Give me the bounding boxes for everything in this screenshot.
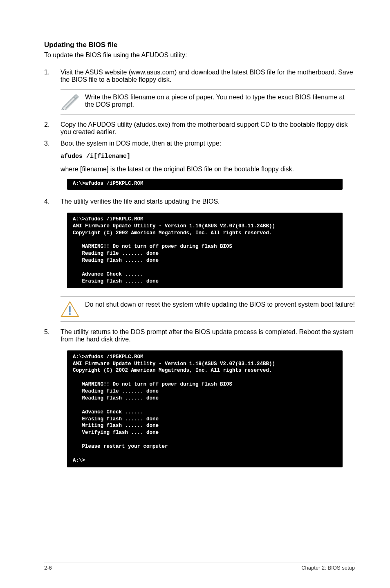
- svg-line-1: [65, 97, 77, 108]
- step-text: Boot the system in DOS mode, then at the…: [61, 140, 355, 147]
- page-footer: 2-6 Chapter 2: BIOS setup: [44, 563, 355, 571]
- terminal-output: A:\>afudos /iP5KPLC.ROM AMI Firmware Upd…: [67, 213, 343, 288]
- step-number: 5.: [44, 328, 61, 343]
- intro-text: To update the BIOS file using the AFUDOS…: [44, 52, 355, 59]
- step-text: Visit the ASUS website (www.asus.com) an…: [61, 69, 355, 83]
- page-number: 2-6: [44, 565, 52, 571]
- chapter-label: Chapter 2: BIOS setup: [301, 565, 355, 571]
- section-heading: Updating the BIOS file: [44, 41, 355, 49]
- warning-icon: [61, 301, 79, 317]
- note-text: Write the BIOS filename on a piece of pa…: [85, 94, 355, 108]
- step-text: The utility verifies the file and starts…: [61, 198, 355, 205]
- warning-text: Do not shut down or reset the system whi…: [85, 301, 355, 308]
- step-number: 1.: [44, 69, 61, 83]
- svg-point-3: [69, 313, 71, 315]
- where-line: where [filename] is the latest or the or…: [61, 166, 355, 173]
- step-text: The utility returns to the DOS prompt af…: [61, 328, 355, 343]
- command-text: afudos /i[filename]: [61, 153, 355, 160]
- step-text: Copy the AFUDOS utility (afudos.exe) fro…: [61, 121, 355, 136]
- terminal-output: A:\>afudos /iP5KPLC.ROM: [67, 179, 343, 190]
- terminal-output: A:\>afudos /iP5KPLC.ROM AMI Firmware Upd…: [67, 350, 343, 467]
- step-number: 3.: [44, 140, 61, 147]
- step-number: 4.: [44, 198, 61, 205]
- pencil-icon: [61, 94, 79, 110]
- step-number: 2.: [44, 121, 61, 136]
